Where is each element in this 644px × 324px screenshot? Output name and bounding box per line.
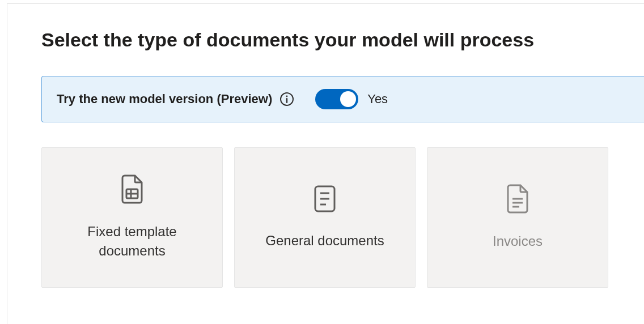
svg-point-0: [286, 96, 288, 97]
card-title: Invoices: [493, 232, 543, 251]
preview-banner: Try the new model version (Preview) Yes: [41, 76, 644, 122]
toggle-state-label: Yes: [367, 92, 388, 106]
page-container: Select the type of documents your model …: [7, 3, 644, 324]
content-area: Select the type of documents your model …: [19, 4, 644, 288]
document-table-icon: [120, 174, 144, 206]
card-title: Fixed template documents: [56, 222, 209, 260]
card-fixed-template-documents[interactable]: Fixed template documents: [41, 147, 223, 288]
preview-toggle-group: Yes: [315, 89, 388, 109]
document-type-cards: Fixed template documents General documen…: [41, 147, 644, 288]
card-title: General documents: [265, 231, 384, 250]
page-heading: Select the type of documents your model …: [41, 29, 644, 51]
info-icon[interactable]: [280, 92, 294, 106]
preview-label: Try the new model version (Preview): [57, 92, 272, 106]
card-invoices[interactable]: Invoices: [427, 147, 608, 288]
document-list-icon: [313, 185, 336, 215]
card-general-documents[interactable]: General documents: [234, 147, 416, 288]
document-lines-icon: [506, 184, 529, 216]
svg-rect-1: [286, 98, 287, 103]
preview-toggle[interactable]: [315, 89, 358, 109]
toggle-knob: [340, 91, 356, 107]
